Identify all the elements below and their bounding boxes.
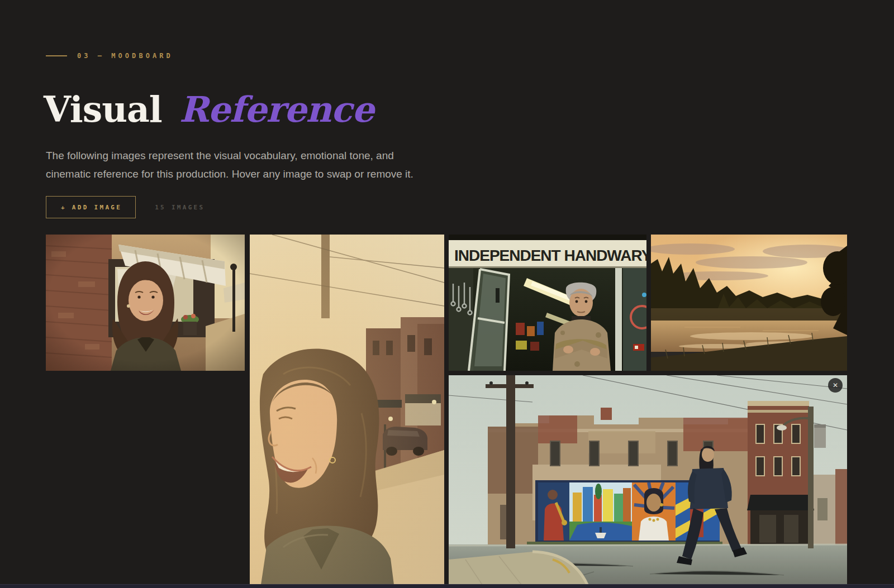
moodboard-image-mural-street[interactable]: ✕ <box>449 375 847 585</box>
moodboard-image-laughing-woman[interactable] <box>250 235 444 585</box>
eyebrow-rule <box>46 55 67 56</box>
moodboard-image-lake-sunset[interactable] <box>651 235 847 371</box>
bottom-section-edge <box>0 584 894 588</box>
photo-smiling-woman <box>46 235 245 371</box>
eyebrow-label: 03 — MOODBOARD <box>77 52 173 60</box>
page-title-accent: Reference <box>179 89 374 130</box>
moodboard-toolbar: + ADD IMAGE 15 IMAGES <box>46 196 205 218</box>
photo-hardware-store: INDEPENDENT HANDWARY STO <box>449 235 646 371</box>
page-title: Visual Reference <box>44 90 374 129</box>
photo-mural-street <box>449 375 847 585</box>
moodboard-image-smiling-woman[interactable] <box>46 235 245 371</box>
moodboard-image-hardware-store[interactable]: INDEPENDENT HANDWARY STO <box>449 235 646 371</box>
close-icon[interactable]: ✕ <box>828 378 843 393</box>
section-description: The following images represent the visua… <box>46 147 440 183</box>
photo-lake-sunset <box>651 235 847 371</box>
page-title-primary: Visual <box>44 89 162 130</box>
photo-laughing-woman <box>250 235 444 585</box>
image-count-label: 15 IMAGES <box>155 204 205 211</box>
add-image-button[interactable]: + ADD IMAGE <box>46 196 136 218</box>
section-eyebrow: 03 — MOODBOARD <box>46 52 173 60</box>
store-sign-text: INDEPENDENT HANDWARY STO <box>454 247 646 264</box>
